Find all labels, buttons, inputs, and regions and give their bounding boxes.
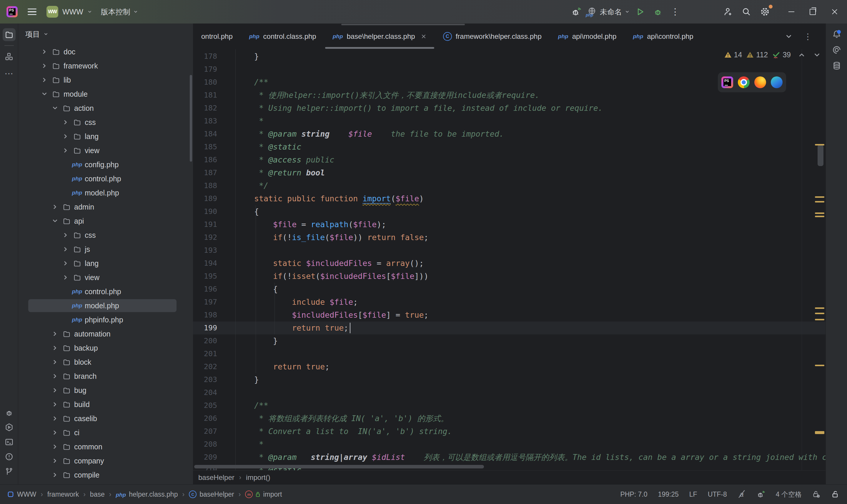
line-number[interactable]: 202 — [193, 360, 235, 373]
chevron-down-icon[interactable] — [40, 90, 48, 98]
tree-item-backup[interactable]: backup — [18, 341, 193, 355]
chevron-right-icon[interactable] — [51, 344, 59, 352]
line-number[interactable]: 195 — [193, 270, 235, 283]
vcs-menu[interactable]: 版本控制 — [101, 7, 138, 17]
chrome-browser-icon[interactable] — [738, 76, 749, 88]
chevron-right-icon[interactable] — [40, 48, 48, 56]
error-stripe-warning-mark[interactable] — [815, 213, 824, 214]
code-line-190[interactable]: 190 { — [193, 205, 826, 218]
code-line-196[interactable]: 196 { — [193, 283, 826, 295]
status-path-helper-class-php[interactable]: phphelper.class.php — [116, 490, 178, 499]
chevron-right-icon[interactable] — [62, 119, 69, 126]
line-number[interactable]: 180 — [193, 76, 235, 89]
firefox-browser-icon[interactable] — [754, 76, 766, 88]
tree-item-lang[interactable]: lang — [18, 256, 193, 270]
line-number[interactable]: 198 — [193, 309, 235, 322]
tree-item-action[interactable]: action — [18, 101, 193, 115]
chevron-right-icon[interactable] — [51, 330, 59, 338]
line-number[interactable]: 182 — [193, 102, 235, 114]
edge-browser-icon[interactable] — [771, 76, 782, 88]
tree-item-caselib[interactable]: caselib — [18, 411, 193, 426]
typos-group[interactable]: 39 — [772, 51, 791, 59]
tree-item-lang[interactable]: lang — [18, 129, 193, 143]
code-line-191[interactable]: 191 $file = realpath($file); — [193, 218, 826, 231]
tree-item-view[interactable]: view — [18, 143, 193, 158]
line-number[interactable]: 192 — [193, 231, 235, 244]
chevron-right-icon[interactable] — [40, 76, 48, 84]
ai-assistant-icon[interactable] — [830, 43, 843, 56]
status-path-base[interactable]: base — [90, 490, 105, 499]
tree-item-view[interactable]: view — [18, 270, 193, 285]
status-file-encoding[interactable]: UTF-8 — [708, 490, 727, 499]
code-line-199[interactable]: 199 return true; — [193, 322, 826, 335]
status-path-import[interactable]: mimport — [245, 490, 282, 499]
tree-item-phpinfo-php[interactable]: phpphpinfo.php — [18, 313, 193, 327]
chevron-right-icon[interactable] — [62, 147, 69, 154]
code-line-183[interactable]: 183 * — [193, 114, 826, 128]
chevron-right-icon[interactable] — [62, 259, 69, 267]
code-line-203[interactable]: 203 } — [193, 373, 826, 386]
phpstorm-browser-icon[interactable]: PS — [721, 76, 733, 88]
code-line-184[interactable]: 184 * @param string $file the file to be… — [193, 128, 826, 141]
error-stripe-warning-mark[interactable] — [815, 319, 824, 320]
code-line-188[interactable]: 188 */ — [193, 179, 826, 192]
line-number[interactable]: 205 — [193, 399, 235, 412]
line-number[interactable]: 196 — [193, 283, 235, 295]
status-php-version[interactable]: PHP: 7.0 — [620, 490, 647, 499]
line-number[interactable]: 191 — [193, 218, 235, 231]
tree-item-api[interactable]: api — [18, 214, 193, 228]
error-stripe-warning-mark[interactable] — [815, 431, 824, 434]
debug-tool-window-button[interactable] — [3, 406, 16, 419]
status-caret-position[interactable]: 199:25 — [658, 490, 678, 499]
tree-item-control-php[interactable]: phpcontrol.php — [18, 285, 193, 299]
code-line-182[interactable]: 182 * Using helper::import() to import a… — [193, 102, 826, 114]
code-line-195[interactable]: 195 if(!isset($includedFiles[$file])) — [193, 270, 826, 283]
error-stripe-warning-mark[interactable] — [815, 313, 824, 314]
code-line-194[interactable]: 194 static $includedFiles = array(); — [193, 257, 826, 270]
line-number[interactable]: 187 — [193, 166, 235, 179]
settings-gear-icon[interactable] — [756, 3, 774, 20]
tree-item-block[interactable]: block — [18, 355, 193, 369]
problems-tool-window-button[interactable] — [3, 450, 16, 463]
code-line-185[interactable]: 185 * @static — [193, 141, 826, 154]
code-line-208[interactable]: 208 * — [193, 438, 826, 451]
more-tool-windows-icon[interactable]: ⋯ — [0, 71, 18, 76]
code-line-186[interactable]: 186 * @access public — [193, 154, 826, 166]
tree-item-config-php[interactable]: phpconfig.php — [18, 158, 193, 172]
code-line-192[interactable]: 192 if(!is_file($file)) return false; — [193, 231, 826, 244]
run-button[interactable] — [632, 4, 649, 19]
database-icon[interactable] — [830, 59, 843, 72]
breadcrumb-method[interactable]: import() — [246, 473, 270, 482]
editor-tab-control-class-php[interactable]: phpcontrol.class.php — [241, 23, 325, 49]
tree-item-module[interactable]: module — [18, 87, 193, 101]
line-number[interactable]: 204 — [193, 386, 235, 399]
chevron-right-icon[interactable] — [40, 62, 48, 70]
line-number[interactable]: 209 — [193, 451, 235, 464]
version-control-tool-window-button[interactable] — [3, 465, 16, 478]
line-number[interactable]: 206 — [193, 412, 235, 425]
line-number[interactable]: 186 — [193, 154, 235, 166]
tree-item-ci[interactable]: ci — [18, 426, 193, 439]
chevron-right-icon[interactable] — [62, 231, 69, 239]
chevron-right-icon[interactable] — [51, 471, 59, 479]
line-number[interactable]: 185 — [193, 141, 235, 154]
status-annotations-off-icon[interactable]: a — [738, 490, 746, 499]
run-configuration-select[interactable]: php 未命名 — [587, 7, 629, 17]
code-with-me-add-user-icon[interactable] — [719, 4, 737, 20]
chevron-down-icon[interactable] — [51, 104, 59, 112]
editor-tab-api-control-php[interactable]: phpapi\control.php — [625, 23, 702, 49]
error-stripe-warning-mark[interactable] — [815, 144, 824, 145]
services-tool-window-button[interactable] — [3, 421, 16, 434]
tree-item-model-php[interactable]: phpmodel.php — [18, 299, 193, 313]
line-number[interactable]: 181 — [193, 89, 235, 102]
editor-tab-framework-helper-class-php[interactable]: Cframework\helper.class.php — [435, 23, 550, 49]
line-number[interactable]: 200 — [193, 335, 235, 347]
tree-scrollbar[interactable] — [190, 75, 192, 162]
tree-item-js[interactable]: js — [18, 242, 193, 256]
line-number[interactable]: 179 — [193, 63, 235, 76]
project-tool-window-button[interactable] — [3, 28, 16, 41]
code-line-209[interactable]: 209 * @param string|array $idList 列表，可以是… — [193, 451, 826, 464]
project-panel-header[interactable]: 项目 — [18, 23, 193, 45]
line-number[interactable]: 189 — [193, 192, 235, 205]
tree-item-admin[interactable]: admin — [18, 200, 193, 214]
